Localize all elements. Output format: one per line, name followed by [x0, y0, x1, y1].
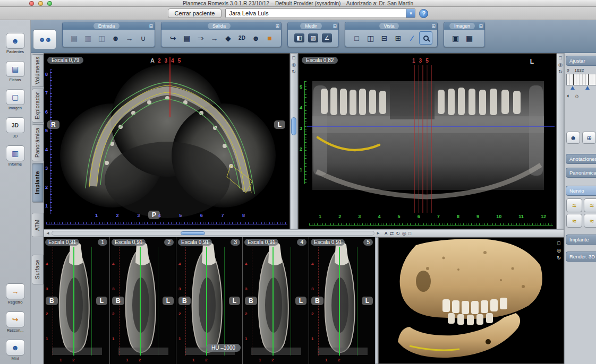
- import-file-button[interactable]: →: [123, 31, 136, 45]
- slice-number[interactable]: 2: [158, 58, 161, 64]
- group-options-icon[interactable]: ⊞: [149, 22, 153, 30]
- close-patient-button[interactable]: Cerrar paciente: [168, 8, 222, 18]
- snapshot-icon[interactable]: ◎: [292, 62, 296, 68]
- panoramic-button[interactable]: Panorámica: [566, 168, 596, 178]
- lock-annotations-icon[interactable]: A: [385, 231, 388, 236]
- maximize-icon[interactable]: □: [292, 55, 295, 61]
- tab-atm[interactable]: ATM: [32, 213, 44, 237]
- tab-implante[interactable]: Implante: [32, 163, 44, 203]
- axial-scrollbar[interactable]: □ ◎ ↻: [290, 53, 297, 229]
- cross-section-viewport[interactable]: Escala 0,91 1 B L 4 3 2 1 1 2: [44, 237, 109, 364]
- tab-panoramica[interactable]: Panorámica: [32, 124, 44, 161]
- maximize-icon[interactable]: □: [557, 240, 561, 246]
- maximize-icon[interactable]: □: [408, 231, 411, 236]
- nav-fichas[interactable]: ▤ Fichas: [6, 61, 25, 82]
- skull-tool-button[interactable]: ☻: [566, 132, 580, 144]
- nav-registro[interactable]: → Registro: [6, 283, 25, 305]
- patient-selector[interactable]: Jara Leiva Luis ▾: [225, 8, 415, 18]
- measure-line-button[interactable]: ∠: [320, 31, 334, 45]
- open-folder-button[interactable]: ▥: [81, 31, 95, 45]
- export-batch-button[interactable]: ⇒: [194, 31, 207, 45]
- nerve-button[interactable]: Nervio: [566, 186, 596, 196]
- nav-rescon[interactable]: ↪ Rescon...: [6, 311, 25, 333]
- patient-dropdown-arrow-icon[interactable]: ▾: [406, 9, 415, 18]
- nerve-draw-button[interactable]: ≈: [566, 198, 582, 212]
- maximize-icon[interactable]: □: [559, 55, 561, 61]
- rotate-icon[interactable]: ↻: [396, 231, 400, 236]
- adjust-button[interactable]: Ajustar: [566, 56, 596, 66]
- copy-image-button[interactable]: ▣: [449, 31, 462, 45]
- measure-window-button[interactable]: ◧: [293, 31, 306, 45]
- mirror-icon[interactable]: ⇄: [390, 231, 394, 236]
- annotations-button[interactable]: Anotaciones: [566, 154, 596, 164]
- draw-slice-button[interactable]: ∕: [405, 31, 419, 45]
- slice-number[interactable]: 4: [171, 58, 174, 64]
- nerve-delete-button[interactable]: ≈: [584, 214, 596, 228]
- help-button[interactable]: ?: [419, 9, 428, 18]
- rotate-icon[interactable]: ↻: [557, 255, 561, 261]
- scrollbar-thumb[interactable]: [291, 117, 296, 135]
- import-cast-button[interactable]: ∪: [137, 31, 150, 45]
- layout-split-button[interactable]: ◫: [364, 31, 377, 45]
- slice-number[interactable]: 3: [419, 58, 422, 64]
- nerve-edit-button[interactable]: ≈: [566, 214, 582, 228]
- render-2d-button[interactable]: 2D: [235, 31, 249, 45]
- histogram-slider[interactable]: [566, 74, 596, 85]
- slice-number[interactable]: 5: [178, 58, 181, 64]
- group-options-icon[interactable]: ⊞: [431, 22, 436, 30]
- nav-pacientes[interactable]: ☻ Pacientes: [6, 33, 25, 54]
- axial-viewport[interactable]: Escala 0,79 A 2345 R L P 87654321 123456…: [44, 53, 290, 229]
- snapshot-icon[interactable]: ◎: [557, 248, 561, 253]
- slice-number[interactable]: 3: [165, 58, 168, 64]
- snapshot-icon[interactable]: ◎: [402, 231, 406, 236]
- nav-informe[interactable]: ▥ Informe: [6, 145, 25, 167]
- horizontal-splitter[interactable]: ◄ ► A ⇄ ↻ ◎ □: [44, 229, 564, 237]
- group-options-icon[interactable]: ⊞: [333, 22, 337, 30]
- zoom-button[interactable]: [419, 31, 432, 45]
- nerve-add-button[interactable]: ≈: [584, 198, 596, 212]
- nav-3d[interactable]: 3D 3D: [6, 117, 25, 138]
- nav-mini[interactable]: ☻ Mini: [6, 340, 25, 361]
- render-3d-button[interactable]: Render. 3D: [566, 252, 596, 262]
- panoramic-viewport[interactable]: Escala 0,82 135 L 54321 123456789101112: [298, 53, 557, 229]
- layout-grid-button[interactable]: ⊞: [391, 31, 405, 45]
- export-volume-button[interactable]: ■: [263, 31, 276, 45]
- export-arrow-button[interactable]: →: [208, 31, 221, 45]
- cross-section-viewport[interactable]: Escala 0,91 5 B L 4 3 2 1 1 2: [309, 237, 375, 364]
- scrollbar-thumb[interactable]: [181, 231, 205, 235]
- cross-section-viewport[interactable]: Escala 0,91 4 B L 4 3 2 1 1 2: [243, 237, 309, 364]
- group-options-icon[interactable]: ⊞: [479, 22, 483, 30]
- export-image-button[interactable]: ↪: [166, 31, 180, 45]
- pan-tool-button[interactable]: ⊕: [582, 132, 596, 144]
- slice-number[interactable]: 1: [412, 58, 415, 64]
- brightness-icon[interactable]: ☼: [574, 92, 580, 99]
- group-options-icon[interactable]: ⊞: [275, 22, 279, 30]
- export-save-button[interactable]: ◆: [222, 31, 235, 45]
- tab-volumenes[interactable]: Volúmenes: [32, 54, 44, 87]
- measure-profile-button[interactable]: ▨: [306, 31, 320, 45]
- rotate-icon[interactable]: ↻: [558, 69, 563, 75]
- delete-image-button[interactable]: ▦: [463, 31, 476, 45]
- scroll-left-icon[interactable]: ◄: [44, 231, 52, 236]
- rotate-icon[interactable]: ↻: [292, 69, 296, 75]
- cross-section-viewport[interactable]: Escala 0,91 2 B L 4 3 2 1 1 2: [110, 237, 176, 364]
- nav-imagen[interactable]: ▢ Imagen: [6, 89, 25, 110]
- layout-single-button[interactable]: □: [350, 31, 363, 45]
- implant-button[interactable]: Implante: [566, 235, 596, 245]
- tab-surface[interactable]: Surface: [32, 255, 44, 284]
- snapshot-icon[interactable]: ◎: [558, 62, 563, 68]
- scrollbar-track[interactable]: [52, 231, 374, 236]
- patients-quick-button[interactable]: ☻☻: [33, 29, 56, 49]
- import-skull-button[interactable]: ☻: [109, 31, 122, 45]
- level-handles[interactable]: [566, 86, 596, 90]
- open-image-button[interactable]: ▤: [67, 31, 81, 45]
- import-volume-button[interactable]: ◫: [95, 31, 108, 45]
- tab-explorador[interactable]: Explorador: [32, 89, 44, 123]
- scroll-right-icon[interactable]: ►: [374, 231, 382, 236]
- export-skull-button[interactable]: ☻: [249, 31, 262, 45]
- pano-scrollbar[interactable]: □ ◎ ↻: [557, 53, 564, 229]
- print-button[interactable]: ▤: [180, 31, 193, 45]
- slice-number[interactable]: 5: [425, 58, 429, 64]
- contrast-icon[interactable]: ◐: [567, 92, 571, 99]
- render-3d-viewport[interactable]: □ ◎ ↻: [378, 237, 564, 364]
